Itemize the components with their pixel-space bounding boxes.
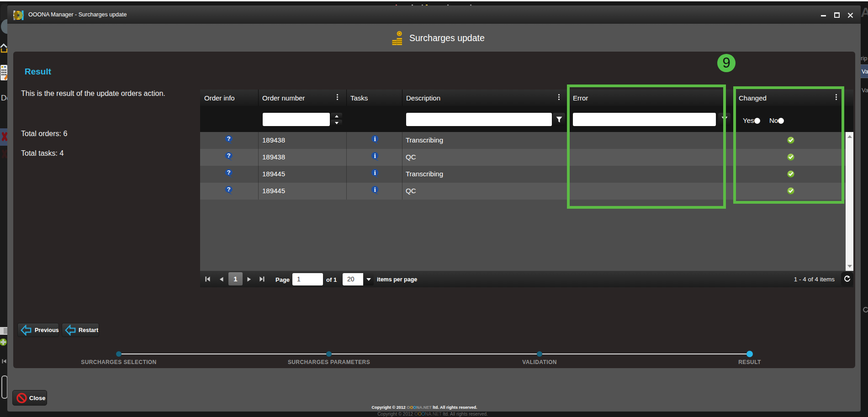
svg-text:?: ? — [227, 169, 231, 176]
svg-text:i: i — [374, 169, 376, 176]
svg-text:?: ? — [227, 135, 231, 142]
svg-text:?: ? — [227, 152, 231, 159]
svg-text:i: i — [374, 136, 376, 143]
svg-text:?: ? — [227, 186, 231, 193]
svg-text:i: i — [374, 186, 376, 193]
svg-text:i: i — [374, 153, 376, 159]
